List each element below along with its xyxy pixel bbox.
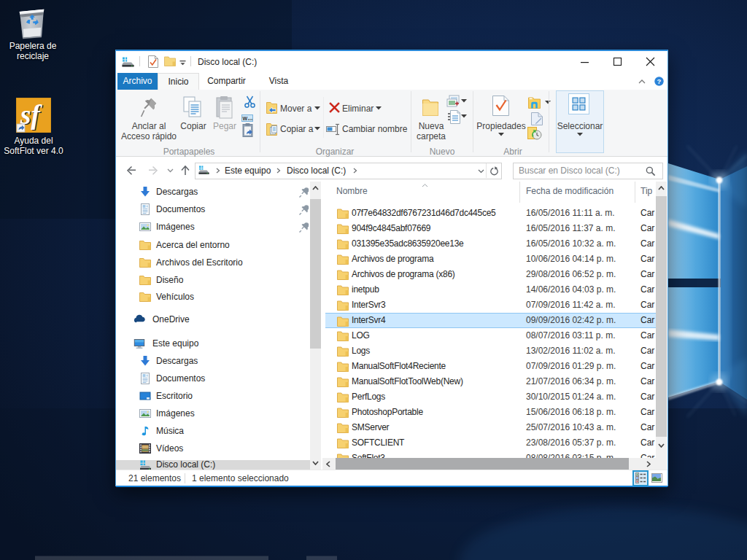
- svg-text:?: ?: [657, 77, 662, 85]
- svg-text:W: W: [243, 116, 248, 121]
